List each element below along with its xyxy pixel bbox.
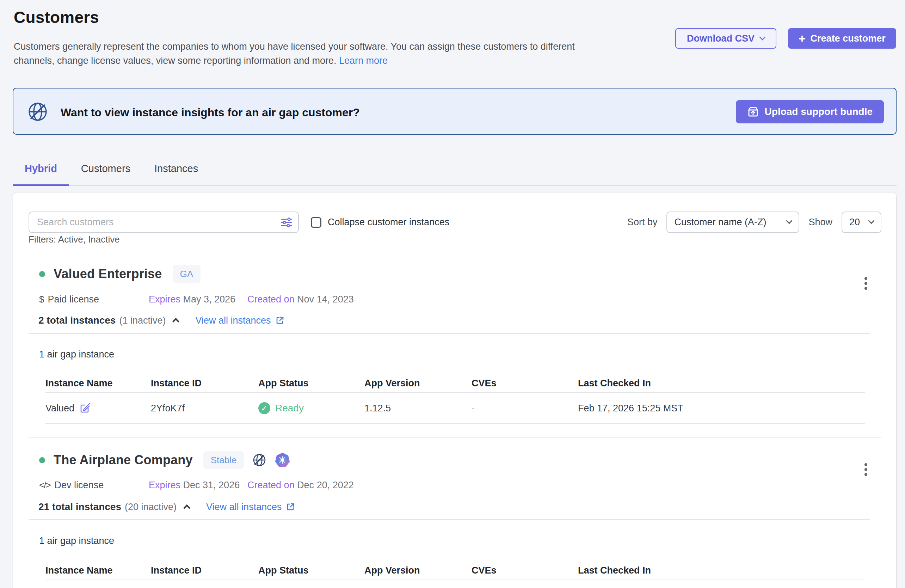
divider [29,333,870,334]
check-circle-icon: ✓ [258,402,270,414]
col-app-status: App Status [258,378,364,389]
created-on-label: Created on [248,294,295,305]
created-group: Created on Dec 20, 2022 [248,480,354,491]
col-app-version: App Version [364,378,472,389]
page-description-line2: channels, change license values, view so… [14,56,337,66]
code-icon: </> [39,480,51,491]
kebab-menu-icon[interactable] [858,273,874,293]
search-wrap [29,211,299,233]
tab-customers[interactable]: Customers [69,155,142,186]
kebab-menu-icon[interactable] [858,460,874,480]
kubernetes-icon [275,453,290,467]
expires-label: Expires [149,480,181,490]
toolbar-right: Sort by Customer name (A-Z) Show 20 [627,211,881,233]
channel-badge: Stable [203,451,244,469]
create-customer-label: Create customer [811,33,886,44]
page-title: Customers [14,8,99,27]
created-group: Created on Nov 14, 2023 [248,294,354,305]
license-row: </> Dev license Expires Dec 31, 2026 Cre… [39,479,354,491]
instance-id: 2YfoK7f [151,403,258,414]
divider [29,519,870,520]
col-instance-name: Instance Name [46,565,151,576]
customer-header: Valued Enterprise GA [39,264,200,284]
airgap-globe-icon [27,101,48,122]
col-app-status: App Status [258,565,364,576]
col-instance-id: Instance ID [151,565,258,576]
download-csv-button[interactable]: Download CSV [675,28,776,49]
sort-by-label: Sort by [627,217,657,228]
sort-by-select[interactable]: Customer name (A-Z) [667,211,799,233]
expires-group: Expires May 3, 2026 [149,294,248,305]
show-value: 20 [849,217,860,228]
external-link-icon [275,316,284,325]
license-type-label: Paid license [48,294,99,305]
col-last-checked-in: Last Checked In [578,378,865,389]
col-last-checked-in: Last Checked In [578,565,865,576]
view-all-instances-label: View all instances [195,315,271,326]
dollar-icon: $ [39,294,43,305]
instances-table-header: Instance Name Instance ID App Status App… [46,374,865,393]
customer-name[interactable]: The Airplane Company [54,453,193,467]
create-customer-button[interactable]: + Create customer [788,28,896,49]
chevron-up-icon[interactable] [173,318,180,325]
active-status-dot [39,457,45,463]
instance-name: Valued [46,403,75,414]
airgap-globe-icon [252,453,267,467]
customer-header: The Airplane Company Stable [39,450,290,470]
upload-icon [747,106,759,118]
filter-sliders-icon[interactable] [281,216,292,229]
airgap-banner: Want to view instance insights for an ai… [13,88,897,135]
tab-hybrid[interactable]: Hybrid [13,155,69,186]
instances-table: Instance Name Instance ID App Status App… [46,374,865,424]
col-cves: CVEs [472,378,578,389]
app-status: Ready [275,402,304,414]
active-status-dot [39,271,45,277]
created-on-label: Created on [248,480,295,490]
show-select[interactable]: 20 [841,211,881,233]
tab-instances[interactable]: Instances [142,155,210,186]
instances-summary-row: 21 total instances (20 inactive) View al… [38,500,295,513]
expires-date: May 3, 2026 [183,294,236,305]
license-type-label: Dev license [55,480,104,491]
channel-badge: GA [173,265,201,283]
view-all-instances-link[interactable]: View all instances [206,502,295,513]
chevron-up-icon[interactable] [183,504,190,512]
customer-name[interactable]: Valued Enterprise [54,267,162,281]
created-date: Nov 14, 2023 [297,294,354,305]
chevron-down-icon [759,34,765,40]
airgap-instance-heading: 1 air gap instance [39,349,114,360]
col-instance-name: Instance Name [46,378,151,389]
customer-divider [29,437,881,438]
sort-by-value: Customer name (A-Z) [674,217,766,228]
total-instances-label: 2 total instances [38,315,116,326]
customers-card: Collapse customer instances Sort by Cust… [13,192,897,588]
upload-support-bundle-button[interactable]: Upload support bundle [736,100,884,123]
search-input[interactable] [29,211,299,233]
total-instances-label: 21 total instances [38,501,121,513]
page-description-line1: Customers generally represent the compan… [14,41,575,52]
tab-bar: Hybrid Customers Instances [13,155,897,186]
filters-note: Filters: Active, Inactive [29,234,120,245]
learn-more-link[interactable]: Learn more [339,56,387,66]
table-row: Valued 2YfoK7f ✓ Ready 1.12.5 - Feb 17, … [46,393,865,424]
license-row: $ Paid license Expires May 3, 2026 Creat… [39,293,354,306]
last-checked-in: Feb 17, 2026 15:25 MST [578,403,865,414]
toolbar: Collapse customer instances Sort by Cust… [29,211,881,233]
collapse-instances-label: Collapse customer instances [328,217,449,228]
header-actions: Download CSV + Create customer [675,28,896,49]
edit-icon[interactable] [79,402,90,414]
show-label: Show [808,217,832,228]
instances-summary-row: 2 total instances (1 inactive) View all … [38,314,284,327]
app-version: 1.12.5 [364,403,472,414]
download-csv-label: Download CSV [687,33,754,44]
collapse-instances-checkbox[interactable] [311,217,321,228]
external-link-icon [286,502,295,512]
plus-icon: + [799,33,805,44]
expires-date: Dec 31, 2026 [183,480,240,490]
customers-page: Customers Customers generally represent … [13,0,897,588]
col-app-version: App Version [364,565,472,576]
expires-group: Expires Dec 31, 2026 [149,480,248,491]
instances-table: Instance Name Instance ID App Status App… [46,561,865,580]
view-all-instances-link[interactable]: View all instances [195,315,284,326]
airgap-instance-heading: 1 air gap instance [39,536,114,547]
